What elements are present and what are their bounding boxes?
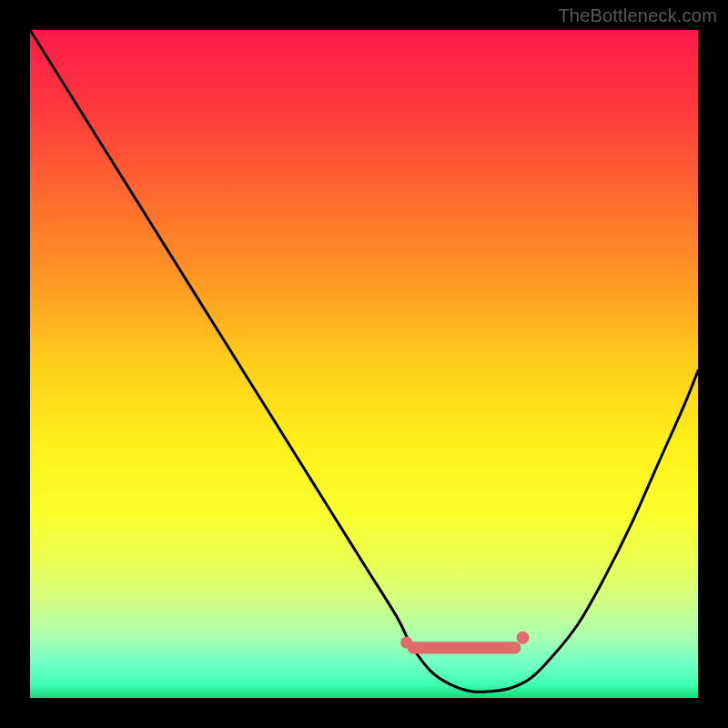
watermark-text: TheBottleneck.com bbox=[558, 5, 717, 26]
chart-plot-area bbox=[30, 30, 698, 698]
svg-rect-0 bbox=[408, 642, 521, 653]
svg-point-1 bbox=[517, 632, 530, 644]
chart-svg bbox=[30, 30, 698, 698]
svg-point-2 bbox=[400, 636, 412, 648]
gradient-background bbox=[30, 30, 698, 698]
